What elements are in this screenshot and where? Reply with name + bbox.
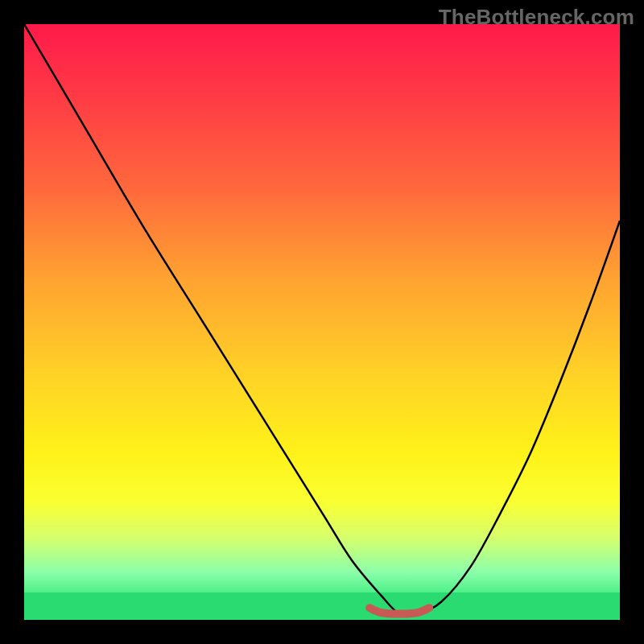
curve-layer: [24, 24, 620, 620]
watermark-text: TheBottleneck.com: [439, 5, 634, 30]
bottleneck-curve-path: [24, 24, 620, 616]
optimal-segment-path: [369, 608, 429, 613]
plot-area: [24, 24, 620, 620]
chart-frame: TheBottleneck.com: [0, 0, 644, 644]
